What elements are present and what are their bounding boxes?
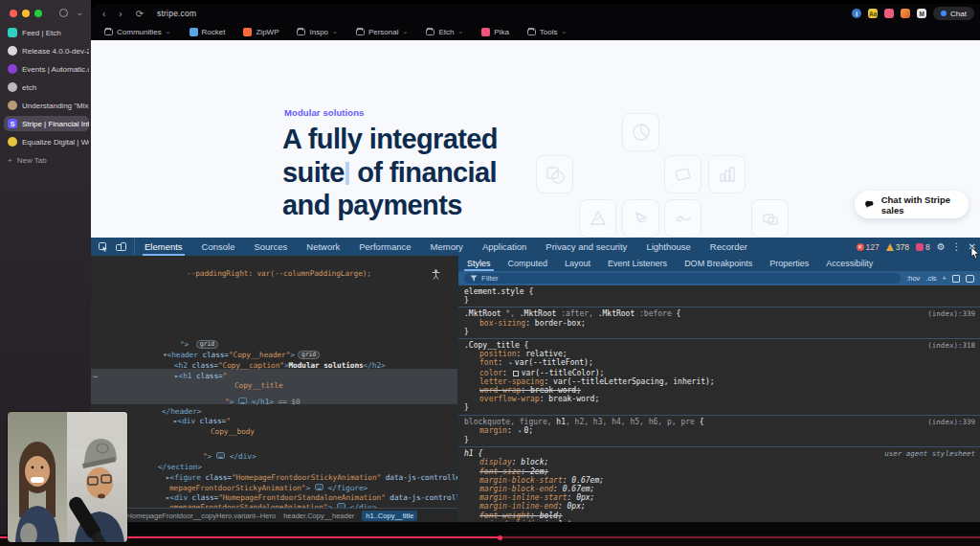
collapsed-content-icon[interactable]: …: [238, 398, 248, 404]
styles-tab-styles[interactable]: Styles: [458, 256, 500, 271]
device-toolbar-icon[interactable]: [116, 242, 126, 252]
maximize-window-button[interactable]: [34, 10, 42, 17]
url-field[interactable]: stripe.com: [157, 9, 196, 18]
bookmark-item[interactable]: Tools⌄: [527, 28, 568, 36]
dom-tree-row[interactable]: ▾<header class="Copy__header">grid: [163, 351, 320, 360]
dom-tree-row[interactable]: </section>: [158, 463, 202, 472]
breadcrumb-item[interactable]: header.Copy__header: [283, 512, 354, 520]
tab-performance[interactable]: Performance: [349, 238, 420, 256]
styles-tab-computed[interactable]: Computed: [500, 256, 557, 271]
sidebar-item[interactable]: Events | Automatic.css: [4, 61, 89, 77]
expand-arrow-icon[interactable]: ▸: [519, 427, 523, 435]
stylesheet-source-link[interactable]: (index):339: [927, 418, 975, 426]
extension-pink-icon[interactable]: [884, 9, 894, 18]
chevron-down-icon[interactable]: ⌄: [76, 8, 83, 17]
dom-tree-row[interactable]: "> … </h1> == $0: [225, 398, 300, 407]
bookmark-item[interactable]: Personal⌄: [356, 28, 408, 36]
bookmark-item[interactable]: Etch⌄: [426, 28, 463, 36]
styles-tab-layout[interactable]: Layout: [556, 256, 599, 271]
css-property[interactable]: font-weight: bold;: [464, 512, 976, 520]
css-property[interactable]: position: relative;: [464, 350, 976, 358]
css-selector[interactable]: .Copy__title {: [464, 341, 976, 350]
inspect-element-icon[interactable]: [99, 242, 108, 252]
sidebar-item[interactable]: etch: [4, 80, 89, 95]
styles-tab-dom-breakpoints[interactable]: DOM Breakpoints: [676, 256, 761, 271]
profile-icon[interactable]: [59, 9, 68, 17]
breadcrumb-item[interactable]: opy.HomepageFrontdoor__copyHero.variant-…: [114, 512, 276, 520]
dom-tree-row[interactable]: Copy__title: [234, 381, 283, 391]
breadcrumb-item[interactable]: h1..Copy__title: [362, 511, 417, 521]
dom-tree-row[interactable]: --paddingRight: var(--columnPaddingLarge…: [187, 269, 371, 279]
css-property[interactable]: box-sizing: border-box;: [464, 319, 976, 328]
css-property[interactable]: font-size: 2em;: [464, 467, 976, 476]
back-button[interactable]: ‹: [102, 9, 105, 19]
css-property[interactable]: letter-spacing: var(--titleLetterSpacing…: [464, 377, 976, 386]
bookmark-item[interactable]: Rocket: [189, 28, 226, 36]
tab-elements[interactable]: Elements: [135, 238, 192, 256]
computed-grid-icon[interactable]: [952, 275, 960, 283]
css-rule[interactable]: blockquote, figure, h1, h2, h3, h4, h5, …: [458, 416, 980, 448]
tab-application[interactable]: Application: [473, 238, 536, 256]
stylesheet-source-link[interactable]: (index):318: [927, 341, 975, 350]
css-property[interactable]: word-wrap: break-word;: [464, 386, 976, 395]
css-rule[interactable]: element.style {}: [458, 285, 980, 307]
dom-tree-row[interactable]: mepageFrontdoorStickyAnimation"> … </fig…: [169, 484, 368, 493]
video-playhead[interactable]: [498, 535, 502, 540]
forward-button[interactable]: ›: [119, 9, 122, 19]
dom-tree-row[interactable]: ▸<div class=": [173, 417, 231, 426]
dom-tree-row[interactable]: "> … </div>: [203, 452, 256, 462]
extension-orange-icon[interactable]: [901, 9, 910, 18]
tab-recorder[interactable]: Recorder: [701, 238, 757, 256]
dom-tree-row[interactable]: "> grid: [180, 340, 218, 350]
css-selector[interactable]: element.style {: [464, 287, 976, 296]
css-selector[interactable]: .MktRoot *, .MktRoot :after, .MktRoot :b…: [464, 309, 976, 318]
css-property[interactable]: margin-inline-start: 0px;: [464, 493, 976, 502]
elements-tree[interactable]: … --paddingRight: var(--columnPaddingLar…: [91, 256, 457, 508]
bookmark-item[interactable]: Inspo⌄: [297, 28, 337, 36]
element-classes-button[interactable]: .cls: [925, 274, 936, 283]
minimize-window-button[interactable]: [22, 10, 30, 17]
css-rule[interactable]: .Copy__title {(index):318position: relat…: [458, 339, 980, 416]
styles-tab-accessibility[interactable]: Accessibility: [817, 256, 881, 271]
console-errors-badge[interactable]: ✕ 127: [857, 242, 880, 252]
dom-tree-row[interactable]: ▸<div class="HomepageFrontdoorStandalone…: [166, 493, 457, 503]
extension-m-icon[interactable]: M: [917, 9, 926, 18]
css-property[interactable]: overflow-wrap: break-word;: [464, 395, 976, 403]
sidebar-item[interactable]: Equalize Digital | Websi: [4, 134, 89, 149]
chat-with-sales-button[interactable]: Chat with Stripe sales: [855, 191, 969, 218]
sidebar-item[interactable]: Feed | Etch: [4, 25, 89, 40]
chat-toolbar-button[interactable]: Chat: [933, 7, 974, 20]
refresh-button[interactable]: ⟳: [136, 9, 144, 19]
collapsed-content-icon[interactable]: …: [315, 484, 324, 490]
css-property[interactable]: font: ▸var(--titleFont);: [464, 358, 976, 368]
tab-network[interactable]: Network: [297, 238, 349, 256]
css-property[interactable]: margin-inline-end: 0px;: [464, 502, 976, 511]
issues-badge[interactable]: 8: [916, 242, 930, 252]
sidebar-item[interactable]: SStripe | Financial Infrast: [4, 116, 89, 131]
styles-tab-properties[interactable]: Properties: [761, 256, 817, 271]
dom-tree-row[interactable]: Copy__body: [211, 427, 255, 437]
new-style-rule-button[interactable]: +: [943, 274, 947, 283]
dom-tree-row[interactable]: ▸<figure class="HomepageFrontdoorStickyA…: [166, 473, 457, 483]
element-more-actions-icon[interactable]: …: [93, 371, 99, 379]
styles-tab-event-listeners[interactable]: Event Listeners: [599, 256, 676, 271]
styles-filter-input[interactable]: Filter: [464, 273, 901, 284]
stylesheet-source-link[interactable]: (index):339: [927, 309, 975, 318]
tab-memory[interactable]: Memory: [421, 238, 473, 256]
css-property[interactable]: margin: ▸0;: [464, 426, 976, 436]
css-property[interactable]: display: block;: [464, 458, 976, 466]
bookmark-item[interactable]: ZipWP: [243, 28, 278, 36]
extension-info-icon[interactable]: i: [852, 9, 861, 18]
sidebar-item[interactable]: Release 4.0.0-dev-24: [4, 43, 89, 58]
expand-arrow-icon[interactable]: ▸: [509, 359, 513, 367]
layout-panel-icon[interactable]: [966, 275, 974, 283]
tab-lighthouse[interactable]: Lighthouse: [636, 238, 700, 256]
css-property[interactable]: unicode-bidi: isolate;: [464, 520, 976, 522]
css-property[interactable]: color: var(--titleColor);: [464, 369, 976, 377]
console-warnings-badge[interactable]: 378: [886, 242, 909, 252]
bookmark-item[interactable]: Pika: [481, 28, 509, 36]
tab-sources[interactable]: Sources: [244, 238, 297, 256]
tab-privacy-and-security[interactable]: Privacy and security: [536, 238, 636, 256]
dom-tree-row[interactable]: </header>: [162, 407, 201, 417]
close-window-button[interactable]: [10, 10, 17, 17]
